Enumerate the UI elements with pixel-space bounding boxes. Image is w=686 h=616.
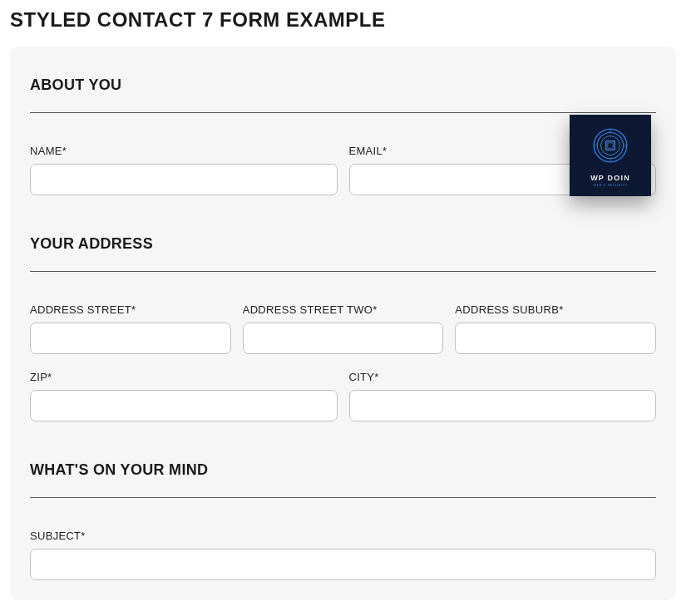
section-heading-mind: WHAT'S ON YOUR MIND	[30, 461, 656, 479]
name-input[interactable]	[30, 164, 338, 195]
street-two-input[interactable]	[243, 323, 444, 354]
divider-address	[30, 271, 656, 272]
street-two-label: ADDRESS STREET TWO*	[243, 303, 444, 316]
svg-rect-4	[608, 143, 613, 148]
name-label: NAME*	[30, 145, 338, 157]
form-card: ABOUT YOU NAME* EMAIL* YOUR ADDRESS ADDR…	[10, 47, 676, 600]
logo-subtext: WEB & SECURITY	[593, 183, 627, 187]
divider-mind	[30, 497, 656, 498]
row-address-2: ZIP* CITY*	[30, 371, 656, 421]
page-title: STYLED CONTACT 7 FORM EXAMPLE	[0, 0, 686, 47]
zip-input[interactable]	[30, 390, 338, 421]
field-group-city: CITY*	[349, 371, 657, 421]
chip-icon	[589, 124, 632, 170]
street-input[interactable]	[30, 323, 231, 354]
section-heading-about: ABOUT YOU	[30, 76, 656, 94]
field-group-zip: ZIP*	[30, 371, 338, 421]
subject-label: SUBJECT*	[30, 530, 656, 542]
logo-text: WP DOIN	[590, 174, 630, 182]
zip-label: ZIP*	[30, 371, 338, 383]
suburb-input[interactable]	[455, 323, 656, 354]
row-mind: SUBJECT*	[30, 530, 656, 580]
city-input[interactable]	[349, 390, 657, 421]
row-address-1: ADDRESS STREET* ADDRESS STREET TWO* ADDR…	[30, 303, 656, 354]
city-label: CITY*	[349, 371, 657, 383]
field-group-suburb: ADDRESS SUBURB*	[455, 303, 656, 354]
row-about: NAME* EMAIL*	[30, 145, 656, 195]
section-mind: WHAT'S ON YOUR MIND SUBJECT*	[30, 461, 656, 580]
svg-rect-3	[606, 141, 614, 150]
suburb-label: ADDRESS SUBURB*	[455, 303, 656, 316]
svg-point-1	[597, 132, 623, 158]
logo-badge: WP DOIN WEB & SECURITY	[570, 115, 651, 196]
svg-point-0	[594, 129, 627, 162]
section-heading-address: YOUR ADDRESS	[30, 235, 656, 253]
field-group-street-two: ADDRESS STREET TWO*	[243, 303, 444, 354]
subject-input[interactable]	[30, 549, 656, 580]
section-address: YOUR ADDRESS ADDRESS STREET* ADDRESS STR…	[30, 235, 656, 421]
field-group-subject: SUBJECT*	[30, 530, 656, 580]
field-group-street: ADDRESS STREET*	[30, 303, 231, 354]
street-label: ADDRESS STREET*	[30, 303, 231, 316]
section-about: ABOUT YOU NAME* EMAIL*	[30, 76, 656, 195]
svg-point-2	[601, 136, 620, 155]
field-group-name: NAME*	[30, 145, 338, 195]
divider-about	[30, 112, 656, 113]
